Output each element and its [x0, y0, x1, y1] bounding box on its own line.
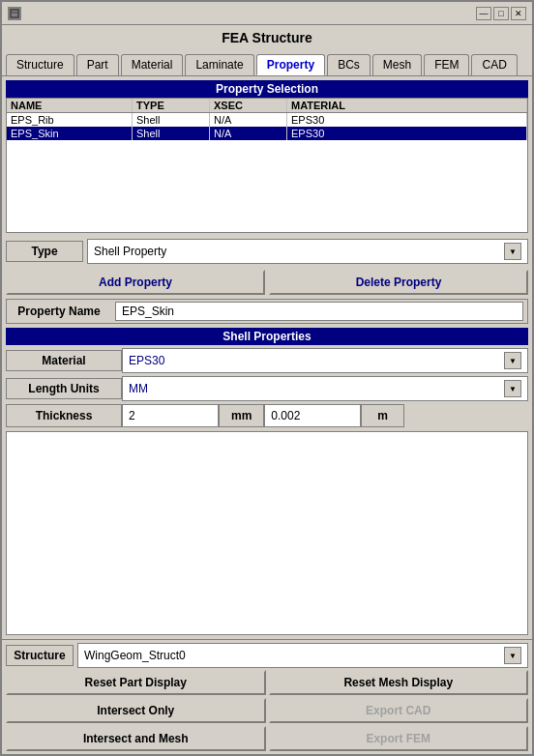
intersect-only-button[interactable]: Intersect Only	[6, 698, 266, 723]
main-window: — □ ✕ FEA Structure Structure Part Mater…	[0, 0, 534, 756]
shell-properties-header: Shell Properties	[6, 328, 528, 345]
structure-dropdown-arrow[interactable]: ▼	[504, 647, 521, 664]
tabs-container: Structure Part Material Laminate Propert…	[2, 50, 532, 76]
col-name: NAME	[7, 99, 133, 112]
col-type: TYPE	[133, 99, 210, 112]
close-button[interactable]: ✕	[511, 7, 526, 20]
property-buttons-row: Add Property Delete Property	[6, 270, 528, 295]
tab-laminate[interactable]: Laminate	[185, 54, 253, 75]
row2-type: Shell	[133, 127, 210, 140]
property-selection-header: Property Selection	[6, 80, 528, 98]
property-name-label: Property Name	[11, 305, 107, 318]
table-header-row: NAME TYPE XSEC MATERIAL	[7, 99, 527, 113]
add-property-button[interactable]: Add Property	[6, 270, 265, 295]
row2-name: EPS_Skin	[7, 127, 133, 140]
svg-rect-0	[11, 10, 18, 17]
shell-properties-section: Shell Properties Material EPS30 ▼ Length…	[6, 328, 528, 427]
window-title: FEA Structure	[2, 25, 532, 50]
intersect-and-mesh-button[interactable]: Intersect and Mesh	[6, 726, 266, 751]
export-fem-button[interactable]: Export FEM	[269, 726, 529, 751]
col-material: MATERIAL	[287, 99, 527, 112]
length-units-value: MM	[129, 382, 148, 395]
table-body: EPS_Rib Shell N/A EPS30 EPS_Skin Shell N…	[7, 113, 527, 219]
material-select[interactable]: EPS30 ▼	[122, 348, 528, 373]
length-units-row: Length Units MM ▼	[6, 376, 528, 401]
row1-material: EPS30	[287, 113, 527, 127]
title-bar-left	[8, 7, 21, 20]
col-xsec: XSEC	[210, 99, 287, 112]
type-select[interactable]: Shell Property ▼	[87, 239, 528, 264]
length-units-dropdown-arrow[interactable]: ▼	[504, 380, 521, 397]
thickness-unit-label: mm	[219, 404, 264, 427]
title-controls: — □ ✕	[476, 7, 526, 20]
thickness-row: Thickness mm m	[6, 404, 528, 427]
structure-value: WingGeom_Struct0	[84, 649, 186, 662]
property-table: NAME TYPE XSEC MATERIAL EPS_Rib Shell N/…	[6, 98, 528, 233]
structure-label: Structure	[6, 645, 74, 666]
table-row[interactable]: EPS_Skin Shell N/A EPS30	[7, 127, 527, 140]
material-row: Material EPS30 ▼	[6, 348, 528, 373]
tab-cad[interactable]: CAD	[471, 54, 517, 75]
tab-bcs[interactable]: BCs	[327, 54, 371, 75]
property-selection-section: Property Selection NAME TYPE XSEC MATERI…	[6, 80, 528, 233]
content-area: Property Selection NAME TYPE XSEC MATERI…	[2, 76, 532, 639]
length-units-select[interactable]: MM ▼	[122, 376, 528, 401]
type-label: Type	[6, 241, 83, 262]
bottom-bar: Structure WingGeom_Struct0 ▼ Reset Part …	[2, 639, 532, 754]
minimize-button[interactable]: —	[476, 7, 491, 20]
material-label: Material	[6, 350, 122, 371]
row2-xsec: N/A	[210, 127, 287, 140]
structure-select[interactable]: WingGeom_Struct0 ▼	[77, 643, 528, 668]
row1-type: Shell	[133, 113, 210, 127]
thickness-unit2-label: m	[361, 404, 404, 427]
type-row: Type Shell Property ▼	[6, 237, 528, 266]
reset-part-display-button[interactable]: Reset Part Display	[6, 670, 266, 695]
maximize-button[interactable]: □	[493, 7, 509, 20]
tab-structure[interactable]: Structure	[6, 54, 74, 75]
title-bar: — □ ✕	[2, 2, 532, 25]
material-value: EPS30	[129, 354, 164, 367]
tab-property[interactable]: Property	[256, 54, 325, 75]
delete-property-button[interactable]: Delete Property	[269, 270, 528, 295]
thickness-input[interactable]	[122, 404, 219, 427]
bottom-buttons: Reset Part Display Reset Mesh Display In…	[6, 670, 528, 751]
export-cad-button[interactable]: Export CAD	[269, 698, 529, 723]
type-dropdown-arrow[interactable]: ▼	[504, 243, 521, 260]
thickness-label: Thickness	[6, 404, 122, 427]
tab-fem[interactable]: FEM	[424, 54, 469, 75]
tab-mesh[interactable]: Mesh	[372, 54, 422, 75]
property-name-row: Property Name EPS_Skin	[6, 299, 528, 324]
tab-part[interactable]: Part	[76, 54, 119, 75]
row1-xsec: N/A	[210, 113, 287, 127]
reset-mesh-display-button[interactable]: Reset Mesh Display	[269, 670, 529, 695]
length-units-label: Length Units	[6, 378, 122, 399]
tab-material[interactable]: Material	[121, 54, 184, 75]
structure-row: Structure WingGeom_Struct0 ▼	[6, 643, 528, 668]
preview-area	[6, 431, 528, 635]
thickness-converted-input[interactable]	[264, 404, 361, 427]
window-icon	[8, 7, 21, 20]
table-row[interactable]: EPS_Rib Shell N/A EPS30	[7, 113, 527, 127]
row2-material: EPS30	[287, 127, 527, 140]
property-name-input[interactable]: EPS_Skin	[115, 302, 523, 321]
row1-name: EPS_Rib	[7, 113, 133, 127]
type-value: Shell Property	[94, 245, 166, 258]
material-dropdown-arrow[interactable]: ▼	[504, 352, 521, 369]
